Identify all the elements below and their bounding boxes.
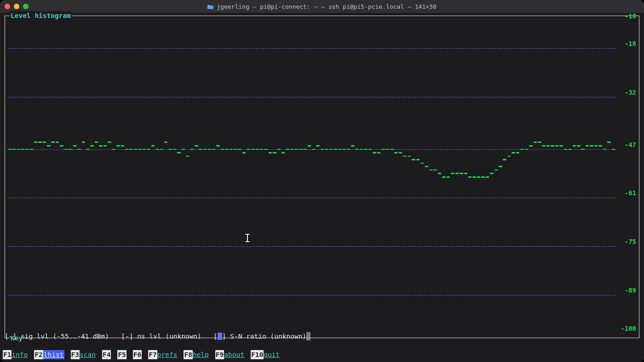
chart-panel: Level histogram Key -10-18-32-47-61-75-8… [5, 16, 639, 338]
close-icon[interactable] [5, 4, 10, 9]
fkey-f2[interactable]: F2lhist [34, 350, 64, 359]
fkey-number: F7 [148, 350, 157, 359]
signal-sample [264, 149, 268, 150]
signal-sample [277, 149, 281, 150]
signal-sample [403, 156, 407, 157]
signal-sample [64, 149, 68, 150]
signal-sample [129, 149, 133, 150]
gridline [8, 48, 616, 49]
terminal-cursor-block [306, 332, 310, 340]
signal-sample [460, 173, 463, 174]
window-controls [5, 4, 29, 9]
ns-lvl-marker-icon: - [125, 332, 129, 341]
fkey-f6[interactable]: F6 [133, 350, 142, 359]
signal-sample [420, 163, 424, 164]
signal-sample [121, 145, 125, 147]
signal-sample [108, 141, 111, 143]
fkey-label: info [12, 350, 28, 359]
signal-sample [355, 149, 359, 150]
fkey-number: F6 [133, 350, 142, 359]
signal-sample [116, 145, 120, 147]
window-title: jgeerling — pi@pi-connect: ~ — ssh pi@pi… [0, 3, 644, 10]
signal-sample [442, 176, 446, 178]
signal-sample [286, 149, 289, 150]
signal-sample [173, 149, 177, 150]
signal-sample [195, 145, 198, 147]
sig-lvl-marker-icon: - [9, 332, 13, 341]
signal-sample [186, 156, 190, 157]
signal-sample [294, 149, 298, 150]
zoom-icon[interactable] [23, 4, 29, 9]
signal-sample [199, 149, 202, 150]
signal-sample [12, 149, 16, 150]
signal-sample [325, 149, 328, 150]
signal-sample [386, 149, 390, 150]
legend-sn-label: S-N ratio [230, 332, 266, 341]
signal-sample [255, 149, 259, 150]
signal-sample [503, 159, 506, 160]
y-tick-label: -61 [625, 188, 636, 198]
signal-sample [477, 176, 481, 178]
signal-sample [90, 145, 94, 147]
signal-sample [168, 149, 172, 150]
fkey-f8[interactable]: F8help [184, 350, 208, 359]
signal-sample [368, 149, 372, 150]
signal-sample [308, 145, 311, 147]
signal-sample [151, 145, 155, 147]
signal-sample [416, 159, 420, 160]
signal-sample [555, 145, 559, 147]
signal-sample [282, 152, 285, 153]
fkey-f1[interactable]: F1info [3, 350, 28, 359]
signal-sample [464, 173, 468, 174]
signal-sample [377, 152, 381, 153]
signal-sample [182, 149, 185, 150]
signal-sample [338, 149, 342, 150]
signal-sample [299, 149, 303, 150]
signal-sample [360, 149, 363, 150]
fkey-number: F3 [71, 350, 80, 359]
signal-sample [373, 152, 376, 153]
terminal-viewport[interactable]: Level histogram Key -10-18-32-47-61-75-8… [0, 13, 644, 362]
signal-sample [581, 149, 585, 150]
signal-sample [160, 149, 164, 150]
signal-sample [177, 152, 181, 153]
minimize-icon[interactable] [14, 4, 19, 9]
fkey-f5[interactable]: F5 [117, 350, 126, 359]
signal-sample [251, 149, 255, 150]
signal-sample [516, 152, 520, 153]
fkey-number: F10 [251, 350, 264, 359]
gridline [8, 97, 616, 97]
fkey-number: F2 [34, 350, 43, 359]
fkey-f10[interactable]: F10quit [251, 350, 280, 359]
fkey-f7[interactable]: F7prefs [148, 350, 177, 359]
fkey-number: F4 [102, 350, 111, 359]
fkey-number: F5 [117, 350, 126, 359]
signal-sample [51, 141, 55, 143]
signal-sample [538, 141, 541, 143]
fkey-label: quit [264, 350, 280, 359]
signal-sample [534, 141, 537, 143]
signal-sample [21, 149, 24, 150]
fkey-f3[interactable]: F3scan [71, 350, 96, 359]
legend-ns-status: (unknown) [165, 332, 201, 341]
signal-sample [216, 145, 220, 147]
signal-sample [603, 149, 607, 150]
fkey-f9[interactable]: F9about [215, 350, 244, 359]
fkey-f4[interactable]: F4 [102, 350, 111, 359]
signal-sample [507, 156, 511, 157]
signal-sample [190, 149, 194, 150]
signal-sample [525, 149, 529, 150]
signal-sample [95, 141, 98, 143]
signal-sample [242, 152, 246, 153]
y-tick-label: -75 [625, 237, 636, 246]
signal-sample [82, 141, 86, 143]
signal-sample [577, 145, 581, 147]
gridline [8, 295, 616, 295]
panel-title: Level histogram [10, 11, 72, 20]
signal-sample [47, 145, 51, 147]
signal-sample [125, 149, 129, 150]
signal-sample [490, 173, 494, 174]
folder-icon [207, 4, 214, 9]
signal-sample [590, 145, 593, 147]
signal-sample [260, 149, 264, 150]
